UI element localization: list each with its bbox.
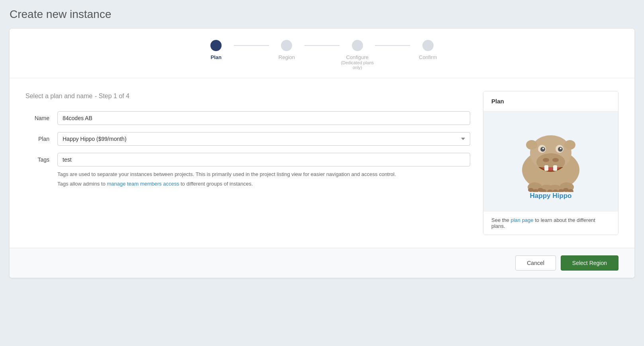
tags-input[interactable]	[57, 153, 470, 166]
step-line-1	[234, 45, 269, 46]
step-label-region: Region	[279, 54, 295, 60]
page-title: Create new instance	[10, 8, 634, 21]
plan-row: Plan Happy Hippo ($99/month) Tough Tiger…	[26, 132, 470, 146]
svg-point-13	[526, 140, 537, 150]
plan-page-section: See the plan page to learn about the dif…	[483, 211, 618, 235]
tags-help-1: Tags are used to separate your instances…	[57, 170, 470, 178]
form-section: Select a plan and name - Step 1 of 4 Nam…	[26, 91, 470, 235]
section-title: Select a plan and name - Step 1 of 4	[26, 91, 470, 100]
step-plan: Plan	[198, 40, 234, 60]
step-label-confirm: Confirm	[419, 54, 437, 60]
svg-point-3	[543, 158, 549, 162]
tags-help-2: Tags allow admins to manage team members…	[57, 180, 470, 188]
content-area: Select a plan and name - Step 1 of 4 Nam…	[10, 78, 634, 248]
manage-access-link[interactable]: manage team members access	[107, 181, 179, 187]
step-label-configure: Configure	[346, 54, 368, 60]
svg-point-19	[528, 188, 534, 192]
tags-label: Tags	[26, 153, 57, 163]
name-label: Name	[26, 111, 57, 121]
step-circle-confirm	[422, 40, 434, 51]
select-region-button[interactable]: Select Region	[561, 255, 618, 271]
plan-name: Happy Hippo	[530, 192, 572, 200]
plan-page-pre: See the	[491, 217, 510, 223]
svg-point-4	[552, 158, 559, 162]
hippo-illustration	[511, 124, 591, 192]
svg-rect-12	[553, 165, 557, 171]
plan-preview-body: Happy Hippo	[483, 111, 618, 211]
plan-select[interactable]: Happy Hippo ($99/month) Tough Tiger ($19…	[57, 132, 470, 146]
plan-label: Plan	[26, 132, 57, 142]
footer: Cancel Select Region	[10, 248, 634, 278]
step-confirm: Confirm	[410, 40, 446, 60]
step-sublabel-configure: (Dedicated plans only)	[340, 60, 375, 70]
section-title-main: Select a plan and name	[26, 93, 92, 99]
name-row: Name	[26, 111, 470, 125]
step-region: Region	[269, 40, 304, 60]
step-circle-configure	[352, 40, 363, 51]
section-step-label: - Step 1 of 4	[95, 93, 130, 99]
plan-preview-header: Plan	[483, 91, 618, 111]
svg-rect-11	[544, 165, 548, 171]
step-circle-plan	[210, 40, 222, 51]
name-input[interactable]	[57, 111, 470, 125]
tags-row: Tags	[26, 153, 470, 166]
svg-point-14	[564, 140, 575, 150]
step-line-3	[375, 45, 410, 46]
step-circle-region	[281, 40, 292, 51]
svg-point-7	[540, 147, 545, 152]
help2-post: to different groups of instances.	[179, 181, 253, 187]
svg-point-26	[563, 188, 569, 192]
svg-point-10	[560, 148, 562, 149]
cancel-button[interactable]: Cancel	[515, 255, 556, 271]
svg-point-8	[558, 147, 563, 152]
stepper: Plan Region Configure (Dedicated plans o…	[10, 29, 634, 78]
plan-page-link[interactable]: plan page	[510, 217, 533, 223]
step-line-2	[304, 45, 340, 46]
help2-pre: Tags allow admins to	[57, 181, 107, 187]
svg-point-9	[542, 148, 544, 149]
main-card: Plan Region Configure (Dedicated plans o…	[10, 29, 634, 278]
step-configure: Configure (Dedicated plans only)	[340, 40, 375, 70]
step-label-plan: Plan	[211, 54, 222, 60]
plan-preview: Plan	[483, 91, 618, 235]
